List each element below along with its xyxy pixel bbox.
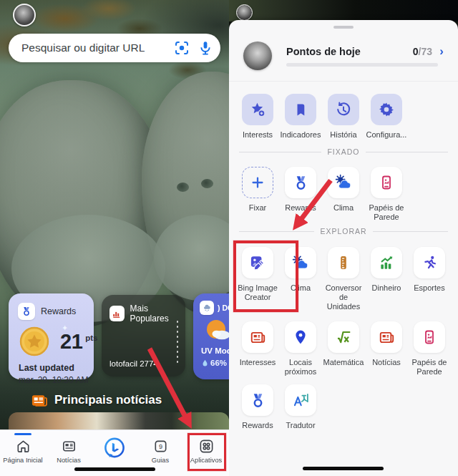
nav-label: Página Inicial — [3, 457, 42, 464]
news-section-title: Principais notícias — [54, 393, 162, 407]
translate-icon — [285, 384, 316, 416]
widget-title: ) DO — [218, 303, 229, 312]
nav-item-bing[interactable] — [92, 430, 137, 466]
app-indicadores[interactable]: Indicadores — [279, 94, 322, 140]
tab-count: 9 — [158, 443, 162, 450]
profile-avatar[interactable] — [13, 4, 36, 26]
app-esportes[interactable]: Esportes — [408, 247, 451, 311]
medal-icon — [242, 384, 273, 416]
app-interesses[interactable]: Interesses — [236, 321, 279, 377]
bing-logo-icon — [102, 436, 127, 462]
tabs-icon: 9 — [152, 438, 169, 455]
search-input[interactable]: Pesquisar ou digitar URL — [21, 42, 173, 54]
nav-item-news[interactable]: Notícias — [46, 430, 92, 466]
last-updated-time: mar. 29, 10:30 AM — [19, 375, 94, 385]
widget-title: Rewards — [41, 306, 76, 316]
home-indicator — [303, 467, 384, 470]
bookmark-icon — [285, 94, 316, 125]
divider — [229, 81, 458, 82]
app-noticias[interactable]: Notícias — [365, 321, 408, 377]
map-pin-icon — [285, 321, 316, 353]
dimmed-background — [229, 0, 458, 21]
app-historia[interactable]: História — [322, 94, 365, 140]
nav-label: Notícias — [57, 457, 81, 464]
highlight-box-bing-image-creator — [233, 241, 298, 312]
nav-item-home[interactable]: Página Inicial — [0, 430, 46, 466]
uv-index-label: UV Moder — [201, 346, 229, 355]
nav-label: Guias — [152, 457, 169, 464]
star-plus-icon — [242, 94, 273, 125]
last-updated-label: Last updated — [19, 363, 94, 373]
newspaper-icon — [371, 321, 402, 353]
visual-search-icon[interactable] — [173, 39, 190, 57]
water-drop-icon — [202, 359, 208, 367]
rewards-widget[interactable]: Rewards 21 pts ✦ Last updated mar. 29, 1… — [9, 293, 94, 379]
app-fixar[interactable]: Fixar — [236, 167, 279, 222]
medal-icon — [285, 167, 316, 198]
chevron-right-icon[interactable]: › — [439, 44, 444, 59]
app-configuracoes[interactable]: Configura... — [365, 94, 408, 140]
sparkle-icon: ✦ — [62, 324, 68, 333]
app-label: Dinheiro — [372, 283, 401, 293]
app-locais-proximos[interactable]: Locais próximos — [279, 321, 322, 377]
mic-icon[interactable] — [197, 39, 214, 57]
app-label: Locais próximos — [280, 358, 321, 377]
nav-item-tabs[interactable]: 9 Guias — [137, 430, 183, 466]
ruler-icon — [328, 247, 359, 278]
app-dinheiro[interactable]: Dinheiro — [365, 247, 408, 311]
app-label: Interests — [243, 130, 273, 140]
app-label: Fixar — [249, 203, 266, 213]
user-avatar[interactable] — [243, 42, 272, 70]
app-rewards[interactable]: Rewards — [236, 384, 279, 430]
app-label: Tradutor — [286, 421, 315, 430]
newspaper-icon — [242, 321, 273, 353]
money-chart-icon — [371, 247, 402, 278]
home-indicator — [74, 467, 155, 471]
points-score: 0/73 — [413, 46, 432, 57]
app-interests[interactable]: Interests — [236, 94, 279, 140]
app-matematica[interactable]: Matemática — [322, 321, 365, 377]
screenshot-composite: Pesquisar ou digitar URL Rewards — [0, 0, 458, 476]
math-icon — [328, 321, 359, 353]
history-icon — [328, 94, 359, 125]
app-label: Rewards — [285, 203, 316, 213]
app-label: História — [330, 130, 356, 140]
sun-cloud-icon — [203, 318, 229, 345]
bar-chart-icon — [109, 306, 125, 321]
page-dots — [177, 321, 179, 363]
medal-icon — [18, 303, 35, 320]
humidity-value: 66% — [210, 359, 227, 367]
apps-drawer-screen: Pontos de hoje 0/73 › Interests — [229, 0, 458, 476]
section-fixado: FIXADO — [239, 147, 448, 156]
points-header[interactable]: Pontos de hoje 0/73 › — [243, 42, 444, 74]
app-clima[interactable]: Clima — [322, 167, 365, 222]
app-rewards[interactable]: Rewards — [279, 167, 322, 222]
app-tradutor[interactable]: Tradutor — [279, 384, 322, 430]
uv-weather-widget[interactable]: ) DO UV Moder 66% — [193, 293, 229, 379]
bing-home-screen: Pesquisar ou digitar URL Rewards — [0, 0, 229, 476]
weather-icon — [328, 167, 359, 198]
app-label: Interesses — [240, 358, 276, 367]
news-card-thumbnail[interactable] — [9, 412, 229, 431]
app-label: Matemática — [323, 358, 364, 367]
app-label: Rewards — [242, 421, 273, 430]
runner-icon — [414, 247, 445, 278]
plus-icon — [242, 167, 273, 198]
points-unit: pts — [85, 334, 97, 342]
mais-populares-widget[interactable]: Mais Populares lotofacil 2774 — [102, 295, 185, 377]
app-label: Papéis de Parede — [366, 203, 407, 222]
wallpaper-icon — [371, 167, 402, 198]
points-title: Pontos de hoje — [286, 46, 361, 57]
app-papeis-de-parede[interactable]: Papéis de Parede — [408, 321, 451, 377]
points-value: 21 — [60, 330, 82, 354]
profile-avatar — [236, 4, 253, 21]
search-bar[interactable]: Pesquisar ou digitar URL — [9, 34, 220, 62]
app-label: Esportes — [414, 283, 444, 293]
highlight-box-aplicativos — [187, 433, 226, 471]
drag-handle[interactable] — [333, 26, 354, 29]
active-tab-indicator — [14, 433, 31, 435]
newspaper-icon — [31, 394, 47, 407]
app-conversor-de-unidades[interactable]: Conversor de Unidades — [322, 247, 365, 311]
app-papeis-de-parede[interactable]: Papéis de Parede — [365, 167, 408, 222]
points-progress-bar — [286, 63, 438, 67]
